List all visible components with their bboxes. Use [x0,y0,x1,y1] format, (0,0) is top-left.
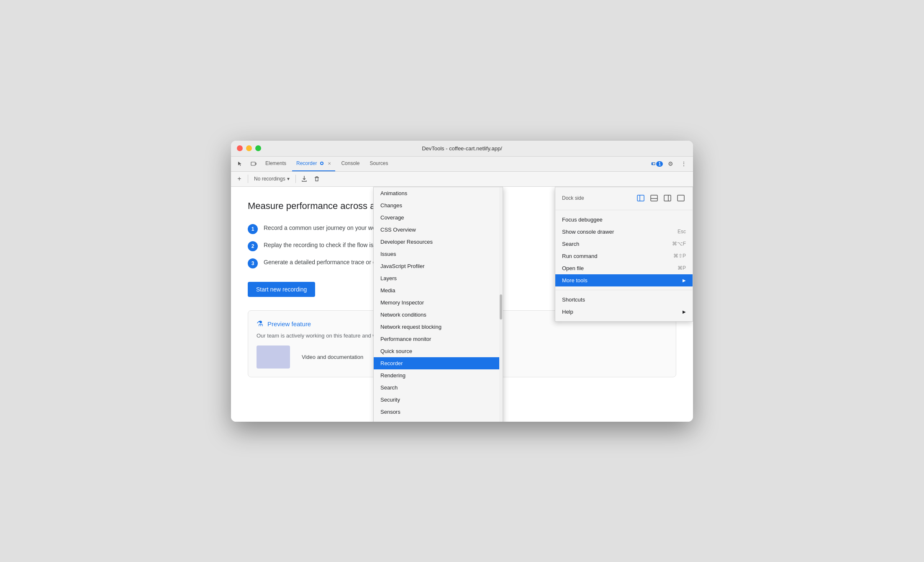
menu-item-security[interactable]: Security [374,394,503,406]
issues-count: 1 [656,161,663,167]
menu-item-search[interactable]: Search [374,382,503,394]
menu-item-layers[interactable]: Layers [374,272,503,284]
run-command-item[interactable]: Run command ⌘⇧P [555,250,693,262]
dock-right-button[interactable] [662,193,672,203]
toolbar-divider-2 [295,175,296,183]
tab-recorder-label: Recorder [296,160,317,166]
issues-badge[interactable]: 💬 1 [651,158,663,170]
menu-item-coverage[interactable]: Coverage [374,211,503,224]
start-recording-button[interactable]: Start new recording [248,282,315,297]
search-item[interactable]: Search ⌘⌥F [555,238,693,250]
tab-elements[interactable]: Elements [261,157,290,172]
open-file-item[interactable]: Open file ⌘P [555,262,693,274]
show-console-drawer-item[interactable]: Show console drawer Esc [555,226,693,238]
dock-left-button[interactable] [636,193,646,203]
step-1-num: 1 [248,224,258,234]
tab-recorder[interactable]: Recorder ✕ [292,157,335,172]
help-label: Help [562,309,573,315]
tab-console-label: Console [341,160,359,166]
title-bar: DevTools - coffee-cart.netlify.app/ [231,141,693,157]
recordings-dropdown[interactable]: No recordings ▾ [252,175,292,183]
menu-item-webaudio[interactable]: WebAudio [374,418,503,422]
menu-item-developer-resources[interactable]: Developer Resources [374,236,503,248]
menu-item-network-request-blocking[interactable]: Network request blocking [374,321,503,333]
svg-rect-0 [251,162,255,165]
svg-rect-8 [651,195,657,201]
scrollbar-thumb [500,294,502,320]
video-documentation-label: Video and documentation [302,354,363,360]
more-tools-arrow: ▶ [683,278,686,283]
menu-item-quick-source[interactable]: Quick source [374,345,503,357]
step-3-num: 3 [248,258,258,268]
menu-item-media[interactable]: Media [374,284,503,296]
cursor-icon[interactable] [234,158,246,170]
recordings-label: No recordings [254,176,285,182]
tab-console[interactable]: Console [337,157,364,172]
menu-item-issues[interactable]: Issues [374,248,503,260]
open-file-shortcut: ⌘P [678,265,686,271]
run-command-label: Run command [562,253,598,259]
dock-side-section: Dock side [555,187,693,210]
content-area: Measure performance across an entire use… [231,187,693,422]
svg-rect-1 [256,163,257,165]
svg-rect-10 [664,195,671,201]
more-tools-item[interactable]: More tools ▶ [555,274,693,286]
dock-side-label: Dock side [562,195,584,201]
svg-point-3 [321,162,323,164]
menu-item-recorder[interactable]: Recorder [374,357,503,369]
dock-icons [636,193,686,203]
maximize-button[interactable] [255,145,261,151]
tab-sources-label: Sources [370,160,388,166]
help-item[interactable]: Help ▶ [555,306,693,318]
actions-section: Focus debuggee Show console drawer Esc S… [555,210,693,290]
focus-debuggee-label: Focus debuggee [562,217,603,223]
tab-bar: Elements Recorder ✕ Console Sources 💬 1 [231,157,693,172]
svg-rect-6 [637,195,644,201]
menu-item-sensors[interactable]: Sensors [374,406,503,418]
menu-item-memory-inspector[interactable]: Memory Inspector [374,296,503,309]
extras-section: Shortcuts Help ▶ [555,290,693,321]
svg-rect-12 [678,195,684,201]
dock-side-row: Dock side [555,191,693,206]
menu-item-performance-monitor[interactable]: Performance monitor [374,333,503,345]
dropdown-scrollbar[interactable] [499,187,503,422]
menu-item-javascript-profiler[interactable]: JavaScript Profiler [374,260,503,272]
show-console-drawer-shortcut: Esc [678,229,686,235]
open-file-label: Open file [562,265,584,271]
svg-text:💬: 💬 [652,162,655,165]
menu-item-network-conditions[interactable]: Network conditions [374,309,503,321]
flask-icon: ⚗ [257,319,263,328]
show-console-drawer-label: Show console drawer [562,229,614,235]
settings-icon[interactable]: ⚙ [665,158,676,170]
menu-item-animations[interactable]: Animations [374,187,503,199]
undock-button[interactable] [676,193,686,203]
more-options-icon[interactable]: ⋮ [678,158,690,170]
right-dropdown-menu: Dock side [555,187,693,322]
menu-item-changes[interactable]: Changes [374,199,503,211]
more-tools-label: More tools [562,277,588,284]
device-toggle-icon[interactable] [248,158,259,170]
tab-sources[interactable]: Sources [365,157,392,172]
minimize-button[interactable] [246,145,252,151]
run-command-shortcut: ⌘⇧P [673,253,686,259]
focus-debuggee-item[interactable]: Focus debuggee [555,214,693,226]
menu-item-css-overview[interactable]: CSS Overview [374,224,503,236]
add-recording-button[interactable]: + [234,174,244,184]
tab-bar-left: Elements Recorder ✕ Console Sources [234,157,651,172]
traffic-lights [237,145,261,151]
close-button[interactable] [237,145,243,151]
tab-recorder-close[interactable]: ✕ [328,161,331,166]
help-arrow: ▶ [683,309,686,314]
dock-bottom-button[interactable] [649,193,659,203]
tab-bar-right: 💬 1 ⚙ ⋮ [651,158,690,170]
devtools-window: DevTools - coffee-cart.netlify.app/ Elem… [231,141,693,422]
toolbar-divider [248,175,248,183]
recorder-toolbar: + No recordings ▾ [231,172,693,187]
export-button[interactable] [299,174,309,184]
preview-thumbnail [257,345,290,369]
menu-item-rendering[interactable]: Rendering [374,369,503,382]
delete-recording-button[interactable] [312,174,322,184]
tab-elements-label: Elements [265,160,286,166]
shortcuts-item[interactable]: Shortcuts [555,294,693,306]
preview-title: Preview feature [267,320,311,327]
